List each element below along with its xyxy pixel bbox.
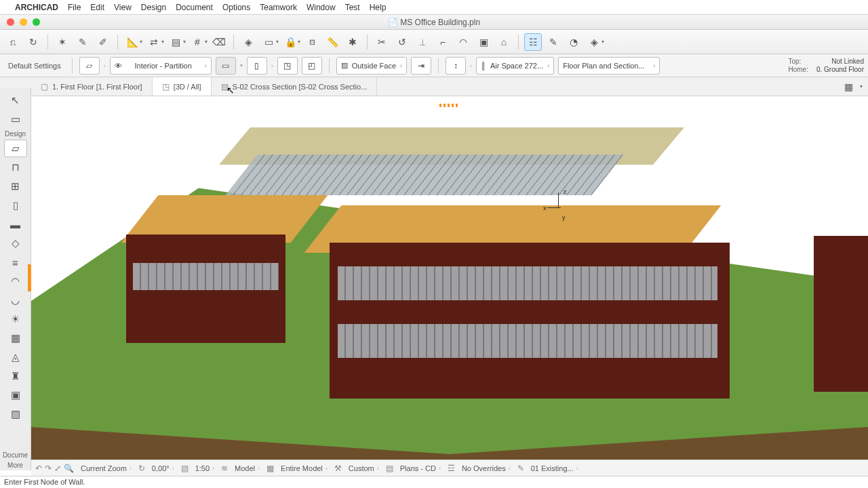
scale-dropdown[interactable]: 1:50›: [191, 462, 218, 474]
partial-display-icon[interactable]: ☷: [524, 33, 542, 51]
grid-icon[interactable]: #: [189, 33, 206, 51]
forward-icon[interactable]: ↷: [45, 464, 52, 473]
fillet-icon[interactable]: ◠: [454, 33, 472, 51]
fit-icon[interactable]: ⤢: [54, 464, 61, 473]
geometry-straight-icon[interactable]: ▭: [216, 57, 236, 75]
tab-overview-icon[interactable]: ▦: [840, 78, 857, 96]
zoom-dropdown[interactable]: Current Zoom›: [77, 462, 136, 474]
slab-tool[interactable]: ◇: [4, 235, 27, 252]
beam-tool[interactable]: ▬: [4, 216, 27, 233]
menu-document[interactable]: Document: [176, 3, 213, 12]
stair-tool[interactable]: ≡: [4, 253, 27, 271]
trim-icon[interactable]: ✂: [373, 33, 391, 51]
ref-plane-dropdown[interactable]: ▨ Outside Face ›: [336, 57, 407, 75]
menu-options[interactable]: Options: [222, 3, 250, 12]
arrow-tool[interactable]: ↖: [4, 92, 27, 109]
menu-file[interactable]: File: [68, 3, 81, 12]
align-icon[interactable]: ⇄: [145, 33, 163, 51]
mvo-dropdown[interactable]: Model›: [231, 462, 264, 474]
3d-icon[interactable]: ◈: [585, 33, 603, 51]
door-tool[interactable]: ⊓: [4, 159, 27, 176]
undo-button[interactable]: ⎌: [4, 33, 22, 51]
structure-dropdown[interactable]: ║ Air Space 272... ›: [476, 57, 554, 75]
tab-3d-label: [3D / All]: [174, 83, 201, 91]
layerset-icon: ▤: [386, 464, 393, 473]
corner-icon[interactable]: ⌐: [434, 33, 452, 51]
menu-test[interactable]: Test: [345, 3, 360, 12]
flip-icon[interactable]: ⇥: [411, 57, 431, 75]
skylight-tool[interactable]: ☀: [4, 310, 27, 328]
height-icon[interactable]: ↕: [446, 57, 466, 75]
menu-help[interactable]: Help: [370, 3, 387, 12]
geometry-box-icon[interactable]: ◰: [302, 57, 322, 75]
back-icon[interactable]: ↶: [35, 464, 42, 473]
home-icon[interactable]: ⌂: [495, 33, 513, 51]
tab-section[interactable]: ▤ S-02 Cross Section [S-02 Cross Sectio.…: [212, 77, 378, 96]
pick-button[interactable]: ✶: [54, 33, 71, 51]
lock-icon[interactable]: 🔒: [281, 33, 299, 51]
pvis-icon: ▦: [267, 464, 274, 473]
compare-icon[interactable]: ◔: [565, 33, 583, 51]
3d-viewport[interactable]: z x y: [31, 107, 868, 460]
wall-tool[interactable]: ▱: [4, 140, 27, 157]
menu-view[interactable]: View: [114, 3, 132, 12]
calc-icon[interactable]: ▤: [167, 33, 184, 51]
shell-tool[interactable]: ◡: [4, 291, 27, 309]
syringe-button[interactable]: ✐: [94, 33, 112, 51]
app-name[interactable]: ARCHICAD: [15, 3, 58, 12]
eraser-icon[interactable]: ⌫: [210, 33, 228, 51]
geometry-chain-icon[interactable]: ▯: [247, 57, 267, 75]
floorplan-display-dropdown[interactable]: Floor Plan and Section... ›: [558, 57, 660, 75]
window-minimize[interactable]: [20, 18, 27, 26]
inject-button[interactable]: ✎: [74, 33, 92, 51]
roof-tool[interactable]: ◠: [4, 272, 27, 290]
window-title: MS Office Building.pln: [0, 18, 868, 27]
pvis-dropdown[interactable]: Entire Model›: [277, 462, 332, 474]
curtain-tool[interactable]: ▦: [4, 329, 27, 347]
object-tool[interactable]: ♜: [4, 367, 27, 385]
morph-tool[interactable]: ◬: [4, 348, 27, 366]
override-dropdown[interactable]: No Overrides›: [458, 462, 515, 474]
attach-icon[interactable]: ▣: [475, 33, 492, 51]
tab-section-label: S-02 Cross Section [S-02 Cross Sectio...: [233, 83, 368, 91]
zone-tool[interactable]: ▣: [4, 386, 27, 404]
layer-dropdown[interactable]: 👁 Interior - Partition ›: [110, 57, 212, 75]
ruler-icon[interactable]: 📏: [323, 33, 341, 51]
trace-icon[interactable]: ✎: [545, 33, 562, 51]
center-icon[interactable]: ✱: [344, 33, 361, 51]
zoom-icon[interactable]: 🔍: [64, 464, 74, 473]
wall-icon[interactable]: ▱: [79, 57, 100, 75]
mac-menubar: ARCHICAD File Edit View Design Document …: [0, 0, 868, 15]
marquee-tool[interactable]: ▭: [4, 110, 27, 128]
rotate-icon[interactable]: ↻: [138, 464, 145, 473]
layerset-dropdown[interactable]: Plans - CD›: [396, 462, 445, 474]
menu-teamwork[interactable]: Teamwork: [260, 3, 297, 12]
menu-window[interactable]: Window: [307, 3, 336, 12]
toolbox-more-label[interactable]: More: [7, 462, 23, 469]
window-titlebar: MS Office Building.pln: [0, 15, 868, 30]
tab-3d[interactable]: ◳ [3D / All]: [153, 77, 212, 96]
window-zoom[interactable]: [33, 18, 40, 26]
reno-dropdown[interactable]: Custom›: [344, 462, 383, 474]
snap-icon[interactable]: ⧈: [303, 33, 321, 51]
menu-design[interactable]: Design: [141, 3, 166, 12]
window-tool[interactable]: ⊞: [4, 178, 27, 195]
column-tool[interactable]: ▯: [4, 197, 27, 214]
toolbox-document-label[interactable]: Docume: [3, 451, 28, 459]
mesh-tool[interactable]: ▨: [4, 405, 27, 423]
geometry-3d-icon[interactable]: ◳: [277, 57, 298, 75]
measure-icon[interactable]: 📐: [123, 33, 141, 51]
tag-icon[interactable]: ◈: [239, 33, 257, 51]
adjust-icon[interactable]: ↺: [393, 33, 411, 51]
dim-dropdown[interactable]: 01 Existing...›: [527, 462, 583, 474]
default-settings-label[interactable]: Default Settings: [4, 62, 65, 70]
angle-dropdown[interactable]: 0,00°›: [148, 462, 178, 474]
redo-button[interactable]: ↻: [24, 33, 42, 51]
menu-edit[interactable]: Edit: [90, 3, 104, 12]
floorplan-icon: ▢: [41, 82, 48, 92]
layers-icon[interactable]: ▭: [260, 33, 277, 51]
composite-icon: ║: [481, 62, 486, 70]
tab-floorplan[interactable]: ▢ 1. First Floor [1. First Floor]: [31, 77, 153, 96]
window-close[interactable]: [7, 18, 14, 26]
perp-icon[interactable]: ⟂: [414, 33, 431, 51]
